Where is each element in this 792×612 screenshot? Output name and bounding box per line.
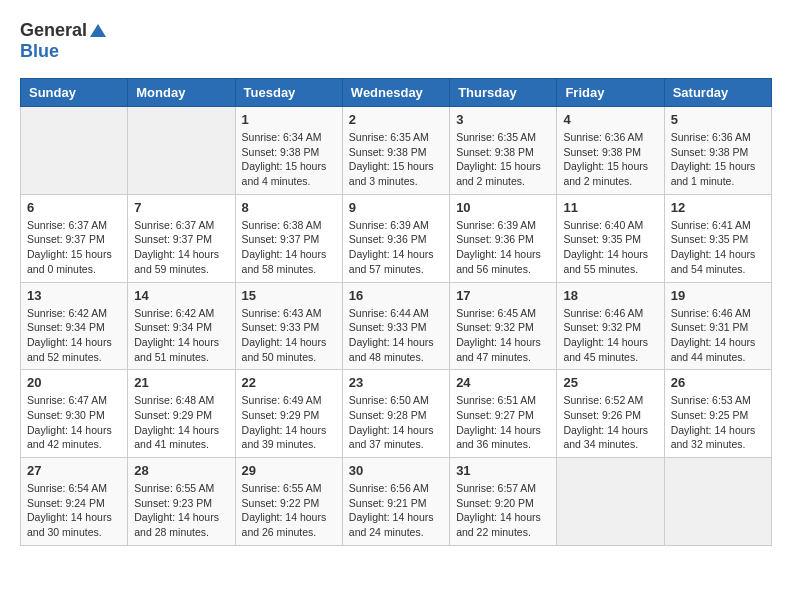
day-info: Sunrise: 6:38 AMSunset: 9:37 PMDaylight:… bbox=[242, 218, 336, 277]
calendar-cell: 25Sunrise: 6:52 AMSunset: 9:26 PMDayligh… bbox=[557, 370, 664, 458]
day-info: Sunrise: 6:34 AMSunset: 9:38 PMDaylight:… bbox=[242, 130, 336, 189]
day-number: 22 bbox=[242, 375, 336, 390]
day-number: 25 bbox=[563, 375, 657, 390]
day-number: 16 bbox=[349, 288, 443, 303]
calendar-week-row: 27Sunrise: 6:54 AMSunset: 9:24 PMDayligh… bbox=[21, 458, 772, 546]
day-number: 23 bbox=[349, 375, 443, 390]
calendar-cell: 13Sunrise: 6:42 AMSunset: 9:34 PMDayligh… bbox=[21, 282, 128, 370]
logo-text: General Blue bbox=[20, 20, 109, 62]
calendar-cell: 11Sunrise: 6:40 AMSunset: 9:35 PMDayligh… bbox=[557, 194, 664, 282]
calendar-cell: 22Sunrise: 6:49 AMSunset: 9:29 PMDayligh… bbox=[235, 370, 342, 458]
calendar-cell: 27Sunrise: 6:54 AMSunset: 9:24 PMDayligh… bbox=[21, 458, 128, 546]
day-number: 10 bbox=[456, 200, 550, 215]
calendar-cell: 26Sunrise: 6:53 AMSunset: 9:25 PMDayligh… bbox=[664, 370, 771, 458]
calendar-cell: 29Sunrise: 6:55 AMSunset: 9:22 PMDayligh… bbox=[235, 458, 342, 546]
day-number: 1 bbox=[242, 112, 336, 127]
calendar-cell: 19Sunrise: 6:46 AMSunset: 9:31 PMDayligh… bbox=[664, 282, 771, 370]
day-number: 9 bbox=[349, 200, 443, 215]
day-info: Sunrise: 6:43 AMSunset: 9:33 PMDaylight:… bbox=[242, 306, 336, 365]
weekday-header: Saturday bbox=[664, 79, 771, 107]
calendar-cell: 7Sunrise: 6:37 AMSunset: 9:37 PMDaylight… bbox=[128, 194, 235, 282]
day-number: 18 bbox=[563, 288, 657, 303]
day-info: Sunrise: 6:51 AMSunset: 9:27 PMDaylight:… bbox=[456, 393, 550, 452]
calendar-cell: 10Sunrise: 6:39 AMSunset: 9:36 PMDayligh… bbox=[450, 194, 557, 282]
day-number: 7 bbox=[134, 200, 228, 215]
calendar-cell: 12Sunrise: 6:41 AMSunset: 9:35 PMDayligh… bbox=[664, 194, 771, 282]
calendar-cell: 21Sunrise: 6:48 AMSunset: 9:29 PMDayligh… bbox=[128, 370, 235, 458]
day-info: Sunrise: 6:55 AMSunset: 9:22 PMDaylight:… bbox=[242, 481, 336, 540]
calendar-cell: 30Sunrise: 6:56 AMSunset: 9:21 PMDayligh… bbox=[342, 458, 449, 546]
calendar-week-row: 20Sunrise: 6:47 AMSunset: 9:30 PMDayligh… bbox=[21, 370, 772, 458]
weekday-header: Monday bbox=[128, 79, 235, 107]
day-info: Sunrise: 6:40 AMSunset: 9:35 PMDaylight:… bbox=[563, 218, 657, 277]
calendar-cell bbox=[664, 458, 771, 546]
day-info: Sunrise: 6:46 AMSunset: 9:31 PMDaylight:… bbox=[671, 306, 765, 365]
day-info: Sunrise: 6:42 AMSunset: 9:34 PMDaylight:… bbox=[134, 306, 228, 365]
calendar-cell: 20Sunrise: 6:47 AMSunset: 9:30 PMDayligh… bbox=[21, 370, 128, 458]
day-info: Sunrise: 6:41 AMSunset: 9:35 PMDaylight:… bbox=[671, 218, 765, 277]
day-info: Sunrise: 6:49 AMSunset: 9:29 PMDaylight:… bbox=[242, 393, 336, 452]
day-number: 30 bbox=[349, 463, 443, 478]
calendar-cell: 3Sunrise: 6:35 AMSunset: 9:38 PMDaylight… bbox=[450, 107, 557, 195]
day-info: Sunrise: 6:36 AMSunset: 9:38 PMDaylight:… bbox=[671, 130, 765, 189]
day-number: 14 bbox=[134, 288, 228, 303]
weekday-header: Friday bbox=[557, 79, 664, 107]
day-info: Sunrise: 6:42 AMSunset: 9:34 PMDaylight:… bbox=[27, 306, 121, 365]
calendar-cell: 18Sunrise: 6:46 AMSunset: 9:32 PMDayligh… bbox=[557, 282, 664, 370]
day-info: Sunrise: 6:37 AMSunset: 9:37 PMDaylight:… bbox=[27, 218, 121, 277]
calendar-cell: 14Sunrise: 6:42 AMSunset: 9:34 PMDayligh… bbox=[128, 282, 235, 370]
day-number: 15 bbox=[242, 288, 336, 303]
day-info: Sunrise: 6:37 AMSunset: 9:37 PMDaylight:… bbox=[134, 218, 228, 277]
day-number: 12 bbox=[671, 200, 765, 215]
calendar-cell: 31Sunrise: 6:57 AMSunset: 9:20 PMDayligh… bbox=[450, 458, 557, 546]
calendar-cell: 17Sunrise: 6:45 AMSunset: 9:32 PMDayligh… bbox=[450, 282, 557, 370]
calendar-cell: 4Sunrise: 6:36 AMSunset: 9:38 PMDaylight… bbox=[557, 107, 664, 195]
calendar-cell: 23Sunrise: 6:50 AMSunset: 9:28 PMDayligh… bbox=[342, 370, 449, 458]
day-number: 4 bbox=[563, 112, 657, 127]
logo: General Blue bbox=[20, 20, 109, 62]
calendar-cell bbox=[557, 458, 664, 546]
svg-marker-0 bbox=[90, 24, 106, 37]
day-number: 20 bbox=[27, 375, 121, 390]
logo-general: General bbox=[20, 20, 87, 40]
day-number: 27 bbox=[27, 463, 121, 478]
day-number: 5 bbox=[671, 112, 765, 127]
weekday-header: Wednesday bbox=[342, 79, 449, 107]
day-number: 21 bbox=[134, 375, 228, 390]
calendar-cell: 1Sunrise: 6:34 AMSunset: 9:38 PMDaylight… bbox=[235, 107, 342, 195]
day-info: Sunrise: 6:55 AMSunset: 9:23 PMDaylight:… bbox=[134, 481, 228, 540]
day-number: 29 bbox=[242, 463, 336, 478]
day-info: Sunrise: 6:53 AMSunset: 9:25 PMDaylight:… bbox=[671, 393, 765, 452]
logo-blue: Blue bbox=[20, 41, 59, 61]
day-number: 2 bbox=[349, 112, 443, 127]
day-number: 28 bbox=[134, 463, 228, 478]
calendar-cell: 6Sunrise: 6:37 AMSunset: 9:37 PMDaylight… bbox=[21, 194, 128, 282]
calendar-cell: 15Sunrise: 6:43 AMSunset: 9:33 PMDayligh… bbox=[235, 282, 342, 370]
day-info: Sunrise: 6:39 AMSunset: 9:36 PMDaylight:… bbox=[349, 218, 443, 277]
calendar-cell: 8Sunrise: 6:38 AMSunset: 9:37 PMDaylight… bbox=[235, 194, 342, 282]
day-number: 3 bbox=[456, 112, 550, 127]
day-info: Sunrise: 6:35 AMSunset: 9:38 PMDaylight:… bbox=[456, 130, 550, 189]
weekday-header: Thursday bbox=[450, 79, 557, 107]
weekday-header: Tuesday bbox=[235, 79, 342, 107]
day-number: 17 bbox=[456, 288, 550, 303]
calendar-cell: 2Sunrise: 6:35 AMSunset: 9:38 PMDaylight… bbox=[342, 107, 449, 195]
day-info: Sunrise: 6:36 AMSunset: 9:38 PMDaylight:… bbox=[563, 130, 657, 189]
day-info: Sunrise: 6:35 AMSunset: 9:38 PMDaylight:… bbox=[349, 130, 443, 189]
calendar-cell: 28Sunrise: 6:55 AMSunset: 9:23 PMDayligh… bbox=[128, 458, 235, 546]
day-number: 11 bbox=[563, 200, 657, 215]
day-info: Sunrise: 6:50 AMSunset: 9:28 PMDaylight:… bbox=[349, 393, 443, 452]
day-info: Sunrise: 6:57 AMSunset: 9:20 PMDaylight:… bbox=[456, 481, 550, 540]
calendar-week-row: 13Sunrise: 6:42 AMSunset: 9:34 PMDayligh… bbox=[21, 282, 772, 370]
day-number: 19 bbox=[671, 288, 765, 303]
day-info: Sunrise: 6:48 AMSunset: 9:29 PMDaylight:… bbox=[134, 393, 228, 452]
calendar-cell: 5Sunrise: 6:36 AMSunset: 9:38 PMDaylight… bbox=[664, 107, 771, 195]
day-number: 26 bbox=[671, 375, 765, 390]
day-info: Sunrise: 6:52 AMSunset: 9:26 PMDaylight:… bbox=[563, 393, 657, 452]
weekday-header-row: SundayMondayTuesdayWednesdayThursdayFrid… bbox=[21, 79, 772, 107]
calendar-cell: 24Sunrise: 6:51 AMSunset: 9:27 PMDayligh… bbox=[450, 370, 557, 458]
weekday-header: Sunday bbox=[21, 79, 128, 107]
calendar-week-row: 1Sunrise: 6:34 AMSunset: 9:38 PMDaylight… bbox=[21, 107, 772, 195]
day-number: 31 bbox=[456, 463, 550, 478]
calendar-cell bbox=[21, 107, 128, 195]
